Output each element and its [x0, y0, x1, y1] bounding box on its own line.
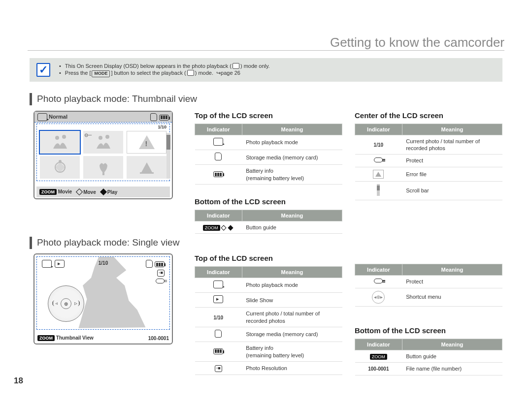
svg-rect-6: [102, 172, 104, 175]
key-icon: [374, 279, 383, 283]
battery-icon: [159, 115, 169, 121]
arrow-left-icon: ⦗◃: [51, 300, 58, 308]
th-indicator: Indicator: [355, 264, 402, 276]
title-rule: [28, 50, 504, 51]
move-icon: [76, 188, 83, 195]
sub-heading: Top of the LCD screen: [195, 253, 342, 263]
card-icon: [150, 113, 157, 121]
playback-mode-icon: [187, 70, 194, 76]
move-label: Move: [83, 189, 96, 195]
th-meaning: Meaning: [242, 124, 342, 135]
table-thumb-center: IndicatorMeaning 1/10Current photo / tot…: [355, 124, 502, 200]
thumbnail: [127, 156, 166, 179]
cell: Error file: [402, 167, 502, 181]
normal-label: Normal: [49, 113, 67, 120]
page-number: 18: [14, 375, 23, 386]
section-single-view: Photo playback mode: Single view: [30, 237, 179, 249]
zoom-chip: ZOOM: [203, 225, 220, 231]
cell: Photo playback mode: [242, 135, 342, 150]
warning-icon: [139, 135, 155, 149]
note-line: This On Screen Display (OSD) below appea…: [59, 62, 498, 69]
lcd-single: 1/10 ▫■ ⦗◃ ⊕ ▹⦘ ZOOM Thumbnail View 100-…: [33, 253, 173, 344]
count-text: 1/10: [214, 315, 223, 320]
svg-point-3: [105, 135, 109, 139]
page-title: Getting to know the camcorder: [330, 34, 504, 51]
th-indicator: Indicator: [355, 339, 402, 350]
slideshow-icon: [213, 295, 223, 303]
zoom-chip: ZOOM: [370, 354, 387, 360]
cell: Battery info(remaining battery level): [242, 165, 342, 185]
cell: Current photo / total number of recorded…: [242, 308, 342, 327]
movie-label: Movie: [58, 189, 72, 194]
th-meaning: Meaning: [402, 264, 502, 276]
photo-mode-icon: [37, 113, 47, 121]
th-meaning: Meaning: [402, 124, 502, 135]
section-thumbnail-view: Photo playback mode: Thumbnail view: [30, 93, 197, 105]
th-indicator: Indicator: [195, 266, 242, 278]
card-icon: [215, 330, 222, 338]
count-text: 1/10: [374, 142, 383, 148]
sub-heading: Bottom of the LCD screen: [355, 326, 502, 336]
warning-icon: [373, 170, 384, 179]
battery-icon: [213, 171, 223, 177]
resolution-icon: ▫■: [215, 365, 222, 372]
battery-icon: [155, 261, 165, 267]
key-icon: [374, 157, 383, 162]
note-line: Press the [MODE] button to select the pl…: [59, 69, 498, 77]
zoom-chip: ZOOM: [37, 335, 55, 341]
thumbnail-error: [127, 131, 166, 154]
cell: Slide Show: [242, 293, 342, 308]
play-label: Play: [107, 189, 118, 195]
photo-mode-icon: [42, 260, 52, 268]
battery-icon: [213, 348, 223, 354]
cell: File name (file number): [402, 363, 502, 375]
table-thumb-bottom: IndicatorMeaning ZOOM Button guide: [195, 210, 342, 234]
table-single-bottom: IndicatorMeaning ZOOMButton guide 100-00…: [355, 339, 502, 375]
mode-button-label: MODE: [92, 70, 110, 77]
file-number: 100-0001: [148, 335, 169, 342]
diamond-icon: [228, 225, 233, 230]
lcd-thumbnail: Normal 1/10 ⊖─ ZOOM Movie Move Play: [33, 111, 173, 199]
thumbnail-view-label: Thumbnail View: [56, 335, 94, 341]
file-text: 100-0001: [368, 366, 389, 372]
photo-mode-icon: [213, 138, 223, 146]
table-single-top-a: IndicatorMeaning Photo playback mode Sli…: [195, 266, 342, 375]
zoom-chip: ZOOM: [39, 189, 57, 195]
scrollbar-icon: [377, 184, 380, 196]
th-meaning: Meaning: [402, 339, 502, 350]
sub-heading: Center of the LCD screen: [355, 111, 502, 121]
svg-point-5: [59, 160, 62, 163]
note-box: ✓ This On Screen Display (OSD) below app…: [30, 58, 502, 82]
table-single-top-b: IndicatorMeaning Protect ◂⊕▸Shortcut men…: [355, 264, 502, 307]
key-icon: [156, 279, 165, 283]
table-thumb-top: IndicatorMeaning Photo playback mode Sto…: [195, 124, 342, 185]
photo-mode-icon: [213, 281, 223, 288]
th-meaning: Meaning: [242, 210, 342, 221]
th-meaning: Meaning: [242, 266, 342, 278]
photo-count: 1/10: [99, 260, 108, 266]
cell: Storage media (memory card): [242, 150, 342, 165]
th-indicator: Indicator: [195, 210, 242, 221]
thumbnail: [40, 156, 80, 179]
thumbnail: ⊖─: [83, 131, 123, 154]
arrow-right-icon: ▹⦘: [74, 300, 81, 308]
cell: Photo Resolution: [242, 361, 342, 375]
cell: Photo playback mode: [242, 278, 342, 292]
play-icon: [100, 188, 107, 195]
th-indicator: Indicator: [195, 124, 242, 135]
thumbnail: [83, 156, 123, 179]
sub-heading: Top of the LCD screen: [195, 111, 342, 121]
cell: Storage media (memory card): [242, 327, 342, 342]
cell: Shortcut menu: [402, 288, 502, 306]
zoom-icon: ⊕: [61, 298, 71, 309]
photo-mode-icon: [233, 63, 239, 69]
card-icon: [215, 153, 222, 160]
cell: Protect: [402, 155, 502, 167]
resolution-icon: ▫■: [157, 270, 165, 277]
svg-point-0: [55, 136, 59, 140]
svg-rect-7: [140, 172, 154, 174]
svg-point-2: [99, 136, 102, 140]
check-icon: ✓: [36, 63, 50, 77]
scrollbar: [166, 133, 170, 179]
svg-point-1: [62, 135, 66, 139]
